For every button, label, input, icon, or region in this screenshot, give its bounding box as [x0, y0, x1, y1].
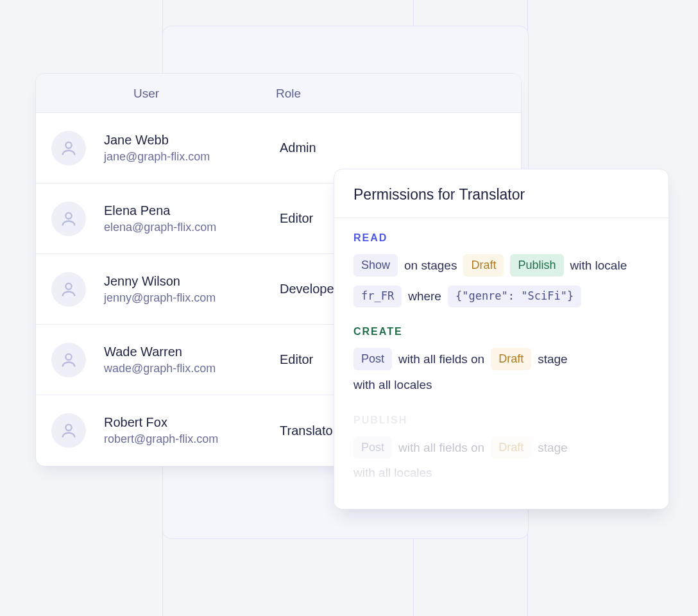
user-name: Elena Pena: [104, 201, 271, 219]
perm-text: stage: [538, 435, 567, 461]
chip-condition[interactable]: {"genre": "SciFi"}: [448, 286, 581, 307]
user-role: Editor: [271, 352, 313, 367]
user-email: wade@graph-flix.com: [104, 361, 271, 377]
permission-label-read: READ: [353, 232, 649, 244]
perm-text: with all fields on: [398, 435, 484, 461]
user-role: Editor: [271, 211, 313, 226]
permission-section-publish: PUBLISH Post with all fields on Draft st…: [353, 415, 649, 486]
permission-label-create: CREATE: [353, 326, 649, 338]
permission-section-create: CREATE Post with all fields on Draft sta…: [353, 326, 649, 398]
column-header-user: User: [36, 87, 267, 101]
user-email: elena@graph-flix.com: [104, 219, 271, 235]
user-icon: [60, 139, 78, 157]
perm-text: with locale: [570, 253, 627, 278]
avatar: [51, 343, 86, 377]
user-icon: [60, 422, 78, 440]
permissions-title: Permissions for Translator: [334, 169, 668, 218]
permission-label-publish: PUBLISH: [353, 415, 649, 426]
chip-model[interactable]: Post: [353, 348, 392, 370]
chip-stage-publish[interactable]: Publish: [510, 254, 563, 277]
perm-text: with all fields on: [398, 346, 484, 372]
svg-point-4: [65, 425, 71, 431]
avatar: [51, 413, 86, 448]
svg-point-0: [65, 142, 71, 148]
chip-locale[interactable]: fr_FR: [353, 286, 402, 307]
user-icon: [60, 280, 78, 298]
perm-text: with all locales: [353, 372, 432, 398]
perm-text: on stages: [404, 253, 457, 278]
user-email: robert@graph-flix.com: [104, 431, 271, 447]
user-role: Developer: [271, 282, 338, 296]
avatar: [51, 201, 86, 236]
chip-stage-draft[interactable]: Draft: [463, 254, 504, 277]
permissions-panel: Permissions for Translator READ Show on …: [334, 169, 669, 509]
user-email: jane@graph-flix.com: [104, 149, 271, 165]
chip-model[interactable]: Show: [353, 254, 398, 277]
chip-stage-draft[interactable]: Draft: [491, 348, 531, 370]
user-name: Jenny Wilson: [104, 272, 271, 290]
avatar: [51, 131, 86, 166]
svg-point-1: [65, 212, 71, 218]
perm-text: with all locales: [353, 460, 432, 486]
user-role: Translator: [271, 424, 337, 438]
user-name: Wade Warren: [104, 343, 271, 361]
chip-stage-draft: Draft: [491, 436, 531, 459]
avatar: [51, 272, 86, 307]
user-email: jenny@graph-flix.com: [104, 290, 271, 306]
perm-text: stage: [538, 346, 567, 372]
user-icon: [60, 210, 78, 228]
user-icon: [60, 351, 78, 369]
permission-section-read: READ Show on stages Draft Publish with l…: [353, 232, 649, 309]
user-name: Jane Webb: [104, 131, 271, 149]
svg-point-3: [65, 354, 71, 359]
perm-text: where: [408, 284, 441, 309]
user-role: Admin: [271, 141, 316, 155]
column-header-role: Role: [267, 87, 521, 101]
user-name: Robert Fox: [104, 413, 271, 431]
chip-model: Post: [353, 436, 392, 459]
users-table-header: User Role: [36, 74, 521, 113]
svg-point-2: [65, 283, 71, 289]
